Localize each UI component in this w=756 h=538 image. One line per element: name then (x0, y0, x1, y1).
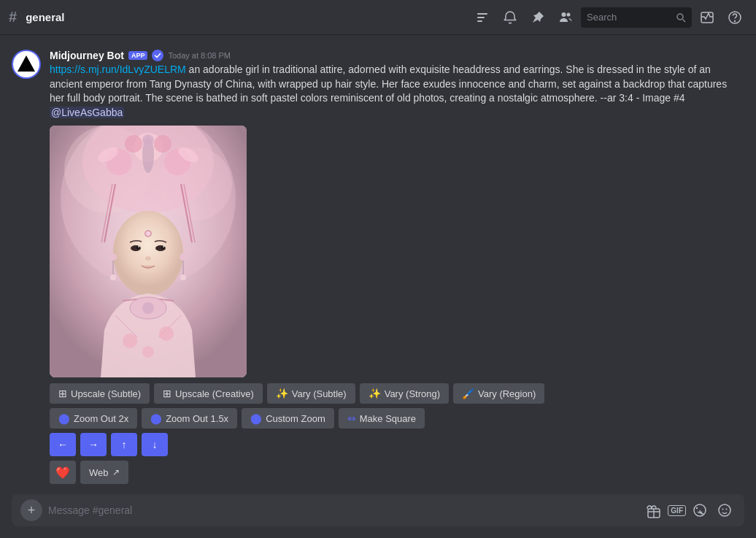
svg-rect-7 (701, 12, 713, 23)
members-icon[interactable] (553, 5, 578, 30)
button-row-misc: ❤️ Web ↗ (50, 461, 744, 484)
custom-zoom-button[interactable]: ⬤ Custom Zoom (242, 408, 334, 429)
button-row-1: ⊞ Upscale (Subtle) ⊞ Upscale (Creative) … (50, 383, 744, 404)
arrow-left-icon: ← (58, 439, 68, 450)
heart-button[interactable]: ❤️ (50, 461, 76, 484)
vary-subtle-label: Vary (Subtle) (292, 388, 347, 399)
channel-name: general (26, 11, 64, 23)
verified-icon (152, 50, 163, 61)
input-right-icons: GIF (643, 499, 736, 521)
arrow-up-button[interactable]: ↑ (111, 433, 137, 456)
svg-point-9 (735, 20, 736, 21)
message-input[interactable]: Message #general (48, 504, 637, 516)
svg-rect-1 (477, 17, 485, 18)
vary-region-icon: 🖌️ (462, 388, 474, 399)
vary-region-button[interactable]: 🖌️ Vary (Region) (453, 383, 544, 404)
generated-image[interactable] (50, 126, 247, 377)
message-content: Midjourney Bot APP Today at 8:08 PM http… (50, 50, 744, 484)
inbox-icon[interactable] (695, 5, 720, 30)
add-button[interactable]: + (20, 499, 42, 521)
svg-point-4 (567, 12, 571, 16)
svg-point-40 (146, 231, 150, 236)
zoom-1x-icon: ⬤ (150, 412, 162, 424)
pin-icon[interactable] (525, 5, 550, 30)
svg-point-49 (123, 334, 137, 348)
svg-point-55 (722, 509, 724, 510)
svg-rect-0 (477, 13, 487, 15)
vary-subtle-button[interactable]: ✨ Vary (Subtle) (267, 383, 355, 404)
make-square-button[interactable]: ⇔ Make Square (339, 408, 425, 429)
message-list: Midjourney Bot APP Today at 8:08 PM http… (0, 35, 756, 488)
upscale-subtle-label: Upscale (Subtle) (71, 388, 141, 399)
zoom-out-2x-button[interactable]: ⬤ Zoom Out 2x (50, 408, 137, 429)
button-row-arrows: ← → ↑ ↓ (50, 433, 744, 456)
message-input-inner: + Message #general GIF (12, 494, 744, 526)
vary-strong-label: Vary (Strong) (385, 388, 440, 399)
buttons-section: ⊞ Upscale (Subtle) ⊞ Upscale (Creative) … (50, 383, 744, 484)
arrow-down-button[interactable]: ↓ (142, 433, 168, 456)
gif-button[interactable]: GIF (668, 505, 686, 516)
svg-point-42 (180, 253, 187, 261)
arrow-left-button[interactable]: ← (50, 433, 76, 456)
sender-name: Midjourney Bot (50, 50, 124, 61)
svg-point-26 (142, 134, 154, 146)
hash-icon: # (9, 9, 17, 26)
topbar: # general Search (0, 0, 756, 35)
gift-icon-button[interactable] (643, 499, 665, 521)
svg-point-54 (719, 504, 730, 516)
threads-icon[interactable] (470, 5, 495, 30)
add-icon: + (28, 503, 36, 518)
svg-point-5 (677, 14, 683, 20)
emoji-icon-button[interactable] (714, 499, 736, 521)
svg-point-56 (726, 509, 728, 510)
vary-strong-icon: ✨ (369, 388, 381, 399)
custom-zoom-label: Custom Zoom (266, 413, 325, 424)
web-button[interactable]: Web ↗ (80, 461, 128, 484)
svg-point-36 (138, 246, 139, 247)
image-label: - Image #4 (636, 92, 685, 104)
svg-point-31 (113, 211, 183, 296)
svg-point-21 (125, 135, 142, 153)
message-link[interactable]: https://s.mj.run/IdLvyZUELRM (50, 64, 186, 75)
upscale-creative-label: Upscale (Creative) (175, 388, 254, 399)
upscale-creative-icon: ⊞ (163, 388, 171, 399)
svg-point-33 (155, 245, 166, 251)
svg-rect-2 (477, 20, 482, 22)
svg-point-51 (142, 346, 154, 358)
svg-point-48 (142, 302, 154, 314)
vary-subtle-icon: ✨ (276, 388, 288, 399)
arrow-right-icon: → (88, 439, 99, 450)
help-icon[interactable] (722, 5, 747, 30)
app-badge: APP (128, 51, 148, 60)
mention[interactable]: @LiveAsGabba (50, 107, 124, 118)
svg-point-32 (131, 245, 141, 251)
message: Midjourney Bot APP Today at 8:08 PM http… (0, 47, 756, 487)
svg-point-41 (109, 253, 117, 261)
custom-zoom-icon: ⬤ (250, 412, 262, 424)
upscale-subtle-button[interactable]: ⊞ Upscale (Subtle) (50, 383, 150, 404)
web-icon: ↗ (112, 467, 120, 477)
svg-point-37 (163, 246, 164, 247)
search-bar[interactable]: Search (581, 7, 692, 28)
message-input-bar: + Message #general GIF (0, 488, 756, 538)
svg-point-22 (154, 135, 171, 153)
arrow-up-icon: ↑ (122, 439, 127, 450)
svg-point-3 (562, 12, 566, 17)
avatar (12, 50, 41, 79)
svg-point-46 (180, 274, 186, 280)
zoom-2x-label: Zoom Out 2x (74, 413, 128, 424)
vary-strong-button[interactable]: ✨ Vary (Strong) (360, 383, 449, 404)
svg-point-38 (145, 256, 151, 261)
bell-icon[interactable] (498, 5, 522, 30)
upscale-creative-button[interactable]: ⊞ Upscale (Creative) (154, 383, 263, 404)
sticker-icon-button[interactable] (689, 499, 711, 521)
arrow-right-button[interactable]: → (80, 433, 107, 456)
zoom-out-1x-button[interactable]: ⬤ Zoom Out 1.5x (142, 408, 237, 429)
button-row-2: ⬤ Zoom Out 2x ⬤ Zoom Out 1.5x ⬤ Custom Z… (50, 408, 744, 429)
svg-point-50 (159, 326, 174, 341)
message-header: Midjourney Bot APP Today at 8:08 PM (50, 50, 744, 61)
vary-region-label: Vary (Region) (478, 388, 536, 399)
web-label: Web (89, 467, 109, 478)
make-square-label: Make Square (360, 413, 416, 424)
svg-line-6 (683, 19, 686, 22)
